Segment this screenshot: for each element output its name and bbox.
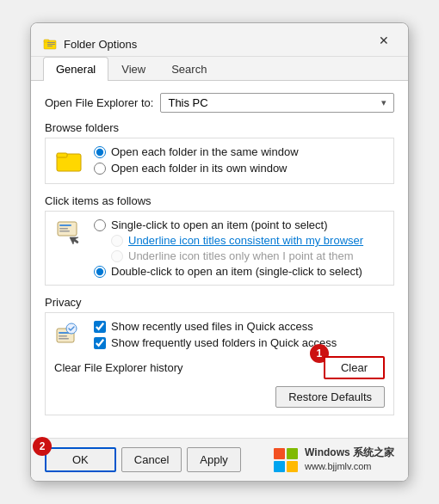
click-row: Single-click to open an item (point to s…: [54, 218, 385, 278]
double-click-radio[interactable]: [94, 266, 106, 278]
windows-logo-icon: [272, 446, 300, 474]
cursor-icon: [54, 218, 85, 249]
svg-rect-20: [287, 461, 298, 472]
svg-rect-6: [57, 153, 67, 157]
clear-button-wrapper: 1 Clear: [324, 356, 385, 379]
cancel-button[interactable]: Cancel: [121, 447, 182, 472]
folder-options-dialog: Folder Options ✕ General View Search Ope…: [30, 22, 409, 481]
browse-folders-section: Browse folders Open each folder in the s…: [45, 121, 394, 184]
badge-2: 2: [33, 437, 52, 456]
restore-row: Restore Defaults: [54, 386, 385, 408]
folder-options-icon: [43, 37, 57, 51]
underline-browser-option: Underline icon titles consistent with my…: [94, 234, 363, 247]
show-frequent-folders-option[interactable]: Show frequently used folders in Quick ac…: [94, 336, 337, 349]
privacy-icon: [54, 320, 85, 351]
footer-logo: Windows 系统之家 www.bjjmlv.com: [272, 446, 394, 473]
browse-row: Open each folder in the same window Open…: [54, 145, 385, 176]
svg-rect-19: [274, 461, 285, 472]
svg-rect-8: [59, 224, 71, 226]
tab-view[interactable]: View: [108, 57, 158, 81]
single-click-radio[interactable]: [94, 219, 106, 231]
open-explorer-dropdown[interactable]: This PC ▾: [160, 93, 394, 113]
privacy-label: Privacy: [45, 296, 394, 309]
privacy-section: Privacy: [45, 296, 394, 415]
open-explorer-label: Open File Explorer to:: [45, 96, 153, 109]
privacy-options-group: Show recently used files in Quick access…: [94, 320, 337, 349]
underline-browser-radio: [111, 235, 123, 247]
browse-own-window-label: Open each folder in its own window: [111, 162, 288, 175]
underline-point-radio: [111, 250, 123, 262]
dialog-footer: 2 OK Cancel Apply Windows 系统之家 www.bjjml…: [31, 438, 408, 480]
underline-point-option: Underline icon titles only when I point …: [94, 249, 363, 262]
title-bar-left: Folder Options: [43, 37, 137, 51]
single-click-label: Single-click to open an item (point to s…: [111, 218, 327, 231]
logo-title: Windows 系统之家: [305, 446, 394, 458]
ok-button[interactable]: OK: [45, 447, 116, 472]
show-recent-files-option[interactable]: Show recently used files in Quick access: [94, 320, 337, 333]
show-recent-files-checkbox[interactable]: [94, 321, 106, 333]
underline-browser-label: Underline icon titles consistent with my…: [128, 234, 363, 247]
svg-rect-1: [44, 40, 49, 42]
title-bar: Folder Options ✕: [31, 23, 408, 57]
chevron-down-icon: ▾: [381, 97, 386, 108]
dialog-title: Folder Options: [64, 38, 137, 51]
double-click-option[interactable]: Double-click to open an item (single-cli…: [94, 265, 363, 278]
show-recent-files-label: Show recently used files in Quick access: [111, 320, 313, 333]
browse-folders-box: Open each folder in the same window Open…: [45, 138, 394, 184]
dialog-content: Open File Explorer to: This PC ▾ Browse …: [31, 81, 408, 438]
tabs-bar: General View Search: [31, 57, 408, 81]
click-items-box: Single-click to open an item (point to s…: [45, 211, 394, 286]
svg-rect-15: [59, 338, 69, 340]
svg-rect-3: [47, 44, 55, 45]
svg-rect-2: [47, 42, 55, 43]
browse-own-window-radio[interactable]: [94, 163, 106, 175]
apply-button[interactable]: Apply: [187, 447, 241, 472]
ok-button-wrapper: 2 OK: [45, 447, 116, 472]
double-click-label: Double-click to open an item (single-cli…: [111, 265, 362, 278]
browse-same-window-radio[interactable]: [94, 146, 106, 158]
tab-general[interactable]: General: [43, 57, 108, 81]
svg-rect-17: [274, 448, 285, 459]
privacy-row: Show recently used files in Quick access…: [54, 320, 385, 351]
click-items-label: Click items as follows: [45, 194, 394, 207]
svg-rect-9: [59, 228, 68, 230]
show-frequent-folders-label: Show frequently used folders in Quick ac…: [111, 336, 337, 349]
windows-logo-text: Windows 系统之家 www.bjjmlv.com: [305, 446, 394, 473]
clear-button[interactable]: Clear: [324, 356, 385, 379]
underline-point-label: Underline icon titles only when I point …: [128, 249, 354, 262]
browse-same-window-label: Open each folder in the same window: [111, 145, 299, 158]
privacy-box: Show recently used files in Quick access…: [45, 312, 394, 415]
browse-folders-label: Browse folders: [45, 121, 394, 134]
open-explorer-row: Open File Explorer to: This PC ▾: [45, 93, 394, 113]
close-button[interactable]: ✕: [372, 28, 396, 52]
footer-buttons: 2 OK Cancel Apply: [45, 447, 241, 472]
show-frequent-folders-checkbox[interactable]: [94, 337, 106, 349]
browse-own-window-option[interactable]: Open each folder in its own window: [94, 162, 299, 175]
tab-search[interactable]: Search: [158, 57, 220, 81]
click-options-group: Single-click to open an item (point to s…: [94, 218, 363, 278]
svg-rect-4: [47, 46, 53, 46]
svg-rect-14: [59, 335, 67, 337]
dropdown-value: This PC: [168, 96, 207, 109]
folder-icon: [54, 145, 85, 176]
single-click-option[interactable]: Single-click to open an item (point to s…: [94, 218, 363, 231]
clear-row: Clear File Explorer history 1 Clear: [54, 356, 385, 379]
browse-radio-group: Open each folder in the same window Open…: [94, 145, 299, 175]
svg-rect-10: [59, 230, 70, 232]
restore-defaults-button[interactable]: Restore Defaults: [275, 386, 385, 408]
svg-marker-11: [70, 237, 78, 244]
click-items-section: Click items as follows: [45, 194, 394, 286]
browse-same-window-option[interactable]: Open each folder in the same window: [94, 145, 299, 158]
clear-history-label: Clear File Explorer history: [54, 361, 317, 374]
logo-url: www.bjjmlv.com: [305, 461, 371, 471]
svg-rect-18: [287, 448, 298, 459]
